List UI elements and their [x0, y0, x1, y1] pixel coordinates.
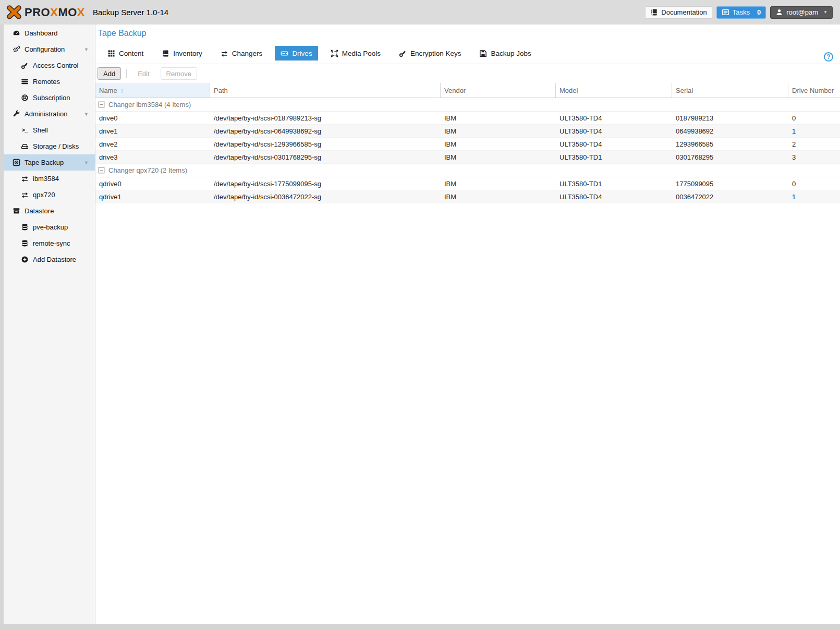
table-row[interactable]: qdrive0 /dev/tape/by-id/scsi-1775099095-… [95, 177, 840, 190]
sidebar-item-label: qpx720 [33, 191, 55, 199]
table-row[interactable]: drive3 /dev/tape/by-id/scsi-0301768295-s… [95, 151, 840, 164]
sidebar-item-storage-disks[interactable]: Storage / Disks [4, 138, 95, 154]
caret-down-icon[interactable]: ▼ [84, 160, 89, 165]
sidebar-item-remotes[interactable]: Remotes [4, 74, 95, 90]
column-header-model[interactable]: Model [556, 83, 672, 98]
column-header-path[interactable]: Path [210, 83, 441, 98]
cell-vendor: IBM [441, 151, 556, 163]
cell-name: drive2 [95, 138, 210, 150]
sidebar-item-remote-sync[interactable]: remote-sync [4, 235, 95, 251]
exchange-icon [20, 191, 29, 199]
column-header-drive-number[interactable]: Drive Number [788, 83, 840, 98]
sidebar-item-label: Subscription [33, 94, 70, 102]
sidebar-item-tape-backup[interactable]: Tape Backup ▼ [4, 154, 95, 171]
plus-circle-icon [20, 256, 29, 263]
user-icon [775, 8, 783, 16]
floppy-save-icon [479, 50, 487, 57]
column-header-serial[interactable]: Serial [672, 83, 788, 98]
tab-encryption-keys[interactable]: Encryption Keys [393, 46, 467, 61]
book-icon [162, 50, 169, 57]
key-icon [399, 50, 407, 57]
cell-serial: 0649938692 [672, 125, 788, 137]
app-title: Backup Server 1.0-14 [93, 8, 168, 17]
sidebar-item-label: Storage / Disks [33, 142, 79, 150]
sidebar-item-label: remote-sync [33, 239, 70, 247]
tasks-count-badge: 0 [757, 8, 761, 16]
group-header-qpx720[interactable]: Changer qpx720 (2 Items) [95, 164, 840, 177]
sidebar-item-dashboard[interactable]: Dashboard [4, 25, 95, 41]
cell-path: /dev/tape/by-id/scsi-0036472022-sg [210, 190, 441, 203]
table-row[interactable]: drive0 /dev/tape/by-id/scsi-0187989213-s… [95, 112, 840, 125]
sidebar-item-shell[interactable]: >_ Shell [4, 122, 95, 138]
terminal-icon: >_ [20, 127, 29, 134]
sidebar-item-label: Dashboard [25, 29, 58, 37]
cell-model: ULT3580-TD4 [556, 138, 672, 150]
sidebar-item-label: Shell [33, 126, 48, 134]
sidebar-item-administration[interactable]: Administration ▼ [4, 106, 95, 122]
sidebar-item-add-datastore[interactable]: Add Datastore [4, 251, 95, 268]
tab-backup-jobs[interactable]: Backup Jobs [473, 46, 537, 61]
cell-model: ULT3580-TD4 [556, 125, 672, 137]
table-row[interactable]: drive2 /dev/tape/by-id/scsi-1293966585-s… [95, 138, 840, 151]
tab-drives[interactable]: Drives [275, 46, 318, 61]
cell-path: /dev/tape/by-id/scsi-0301768295-sg [210, 151, 441, 163]
column-header-vendor[interactable]: Vendor [441, 83, 556, 98]
tab-label: Media Pools [342, 50, 381, 57]
documentation-label: Documentation [661, 8, 707, 16]
tab-changers[interactable]: Changers [215, 46, 269, 61]
toolbar-separator [126, 69, 127, 78]
sidebar-item-ibm3584[interactable]: ibm3584 [4, 171, 95, 187]
sidebar-item-label: Configuration [25, 45, 65, 53]
cell-vendor: IBM [441, 177, 556, 190]
table-row[interactable]: drive1 /dev/tape/by-id/scsi-0649938692-s… [95, 125, 840, 138]
sidebar-item-label: Access Control [33, 62, 78, 69]
caret-down-icon[interactable]: ▼ [84, 112, 89, 117]
tab-content[interactable]: Content [102, 46, 149, 61]
sidebar-item-label: Administration [25, 110, 67, 118]
list-bars-icon [20, 78, 29, 86]
proxmox-logo: PROXMOX [6, 5, 85, 19]
sidebar-item-pve-backup[interactable]: pve-backup [4, 219, 95, 235]
add-button[interactable]: Add [98, 67, 121, 80]
cell-drive-number: 0 [788, 112, 840, 124]
tab-label: Content [119, 50, 143, 57]
sidebar-item-subscription[interactable]: Subscription [4, 90, 95, 106]
tab-inventory[interactable]: Inventory [156, 46, 208, 61]
edit-button[interactable]: Edit [132, 67, 155, 80]
cell-drive-number: 3 [788, 151, 840, 163]
database-icon [20, 239, 29, 247]
brand-wordmark: PROXMOX [25, 6, 85, 19]
help-icon[interactable]: ? [824, 52, 833, 62]
table-row[interactable]: qdrive1 /dev/tape/by-id/scsi-0036472022-… [95, 190, 840, 203]
caret-down-icon[interactable]: ▼ [84, 47, 89, 52]
cell-serial: 1775099095 [672, 177, 788, 190]
hdd-icon [20, 142, 29, 150]
tasks-list-icon [722, 8, 729, 16]
column-header-name[interactable]: Name↑ [95, 83, 210, 98]
gears-icon [11, 45, 21, 53]
tape-icon [11, 159, 21, 166]
tab-label: Backup Jobs [491, 50, 531, 57]
user-menu-button[interactable]: root@pam ▼ [770, 6, 833, 19]
group-header-label: Changer qpx720 (2 Items) [108, 166, 187, 174]
cell-drive-number: 1 [788, 125, 840, 137]
book-icon [650, 8, 658, 16]
tab-label: Changers [232, 50, 263, 57]
grid-icon [107, 50, 115, 57]
sidebar-item-label: Remotes [33, 78, 60, 86]
cell-path: /dev/tape/by-id/scsi-1775099095-sg [210, 177, 441, 190]
tasks-button[interactable]: Tasks 0 [716, 6, 766, 19]
sidebar-item-access-control[interactable]: Access Control [4, 57, 95, 74]
remove-button[interactable]: Remove [161, 67, 197, 80]
cell-drive-number: 1 [788, 190, 840, 203]
group-header-ibm3584[interactable]: Changer ibm3584 (4 Items) [95, 98, 840, 112]
table-header: Name↑ Path Vendor Model Serial Drive Num… [95, 83, 840, 98]
sidebar-item-configuration[interactable]: Configuration ▼ [4, 41, 95, 57]
tab-media-pools[interactable]: Media Pools [325, 46, 386, 61]
cell-model: ULT3580-TD4 [556, 112, 672, 124]
sidebar-item-qpx720[interactable]: qpx720 [4, 187, 95, 203]
documentation-button[interactable]: Documentation [645, 6, 712, 19]
sidebar-item-datastore[interactable]: Datastore [4, 203, 95, 219]
cell-path: /dev/tape/by-id/scsi-1293966585-sg [210, 138, 441, 150]
cell-vendor: IBM [441, 112, 556, 124]
